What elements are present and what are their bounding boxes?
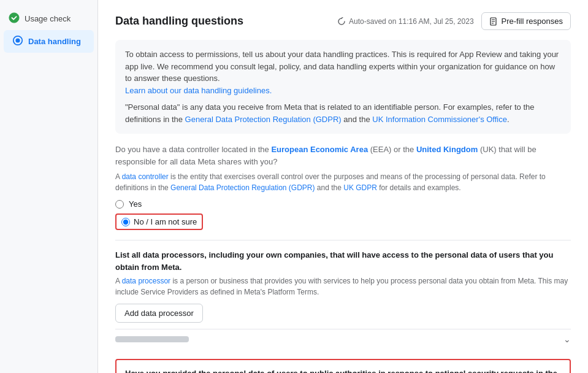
radio-yes-option[interactable]: Yes <box>115 199 571 209</box>
uk-link[interactable]: United Kingdom <box>416 145 478 154</box>
svg-point-0 <box>9 13 19 23</box>
document-icon <box>489 17 498 26</box>
sidebar: Usage check Data handling <box>0 0 98 373</box>
autosave-text: Auto-saved on 11:16 AM, Jul 25, 2023 <box>337 17 473 26</box>
collapsed-section: ⌄ <box>115 329 571 349</box>
question2-title: List all data processors, including your… <box>115 249 571 273</box>
add-data-processor-button[interactable]: Add data processor <box>115 304 203 323</box>
data-controller-link[interactable]: data controller <box>122 172 169 181</box>
radio-no-label: No / I am not sure <box>134 217 197 226</box>
data-processor-link[interactable]: data processor <box>122 277 170 285</box>
question1-text: Do you have a data controller located in… <box>115 144 571 167</box>
learn-more-link[interactable]: Learn about our data handling guidelines… <box>125 86 272 95</box>
question1-radio-group: Yes No / I am not sure <box>115 199 571 230</box>
intro-paragraph2: "Personal data" is any data you receive … <box>125 101 561 125</box>
question2-section: List all data processors, including your… <box>115 249 571 349</box>
radio-no-option[interactable]: No / I am not sure <box>115 213 571 230</box>
gdpr-ref-link[interactable]: General Data Protection Regulation (GDPR… <box>170 183 315 192</box>
radio-no-selected: No / I am not sure <box>115 213 203 230</box>
question3-section: Have you provided the personal data of u… <box>115 359 571 373</box>
intro-paragraph1: To obtain access to permissions, tell us… <box>125 48 561 96</box>
page-header: Data handling questions Auto-saved on 11… <box>115 12 571 30</box>
sidebar-item-usage-check[interactable]: Usage check <box>0 7 97 30</box>
sidebar-item-data-handling[interactable]: Data handling <box>4 30 94 53</box>
sidebar-item-label: Data handling <box>28 37 81 46</box>
question2-sub-text: A data processor is a person or business… <box>115 275 571 298</box>
circle-icon <box>12 35 23 48</box>
header-right: Auto-saved on 11:16 AM, Jul 25, 2023 Pre… <box>337 12 571 30</box>
uk-gdpr-link[interactable]: UK GDPR <box>343 183 377 192</box>
sidebar-item-label: Usage check <box>25 14 71 23</box>
question1-section: Do you have a data controller located in… <box>115 144 571 230</box>
question3-title: Have you provided the personal data of u… <box>125 367 561 373</box>
radio-yes-label: Yes <box>129 199 142 209</box>
radio-yes-input[interactable] <box>115 200 124 209</box>
eea-link[interactable]: European Economic Area <box>271 145 368 154</box>
prefill-responses-button[interactable]: Pre-fill responses <box>481 12 571 30</box>
ico-link[interactable]: UK Information Commissioner's Office <box>372 115 507 124</box>
divider1 <box>115 240 571 240</box>
prefill-btn-label: Pre-fill responses <box>502 17 563 26</box>
check-circle-icon <box>9 12 20 25</box>
chevron-down-icon[interactable]: ⌄ <box>563 334 571 344</box>
gdpr-link[interactable]: General Data Protection Regulation (GDPR… <box>185 115 342 124</box>
page-title: Data handling questions <box>115 15 243 28</box>
question1-sub-text: A data controller is the entity that exe… <box>115 171 571 193</box>
collapsed-bar <box>115 336 189 342</box>
refresh-icon <box>337 17 346 26</box>
svg-point-2 <box>15 38 20 42</box>
intro-section: To obtain access to permissions, tell us… <box>115 40 571 134</box>
main-content: Data handling questions Auto-saved on 11… <box>98 0 588 373</box>
radio-no-input[interactable] <box>121 218 130 226</box>
